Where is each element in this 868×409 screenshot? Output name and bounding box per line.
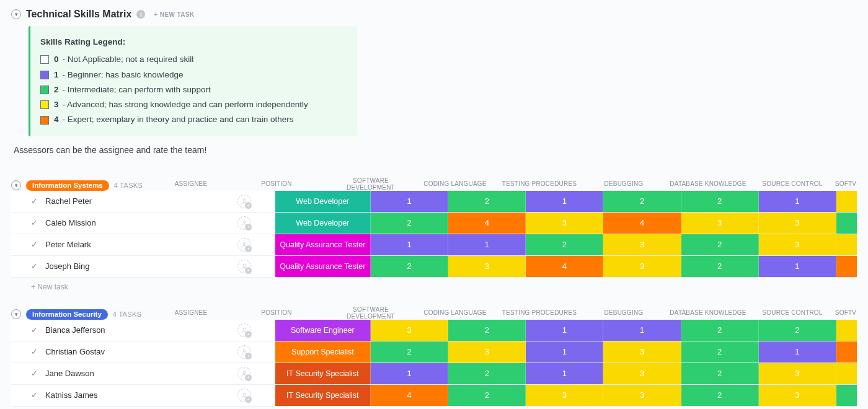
rating-cell[interactable]: 2: [681, 256, 759, 277]
assignee-avatar-icon[interactable]: +: [237, 260, 251, 273]
rating-cell[interactable]: 2: [371, 213, 448, 234]
group-pill[interactable]: Information Systems: [26, 180, 109, 191]
rating-cell-overflow[interactable]: [836, 256, 857, 277]
rating-cell-overflow[interactable]: [836, 363, 857, 384]
rating-cell[interactable]: 2: [448, 320, 526, 341]
rating-cell[interactable]: 2: [526, 234, 603, 255]
col-header-position[interactable]: POSITION: [224, 180, 329, 187]
rating-cell[interactable]: 2: [681, 191, 759, 212]
rating-cell[interactable]: 1: [371, 363, 448, 384]
rating-cell[interactable]: 2: [681, 385, 759, 406]
rating-cell[interactable]: 4: [448, 213, 526, 234]
collapse-icon[interactable]: ▾: [11, 9, 21, 19]
rating-cell[interactable]: 2: [448, 385, 526, 406]
rating-cell[interactable]: 2: [681, 341, 759, 363]
assignee-avatar-icon[interactable]: +: [237, 345, 251, 359]
rating-cell-overflow[interactable]: [836, 191, 857, 212]
new-task-row[interactable]: + New task: [11, 407, 857, 409]
rating-cell[interactable]: 2: [448, 363, 526, 384]
rating-cell[interactable]: 2: [759, 320, 836, 341]
position-cell[interactable]: IT Security Specialist: [275, 363, 371, 384]
task-row[interactable]: ✓Peter Melark+Quality Assurance Tester11…: [11, 234, 857, 256]
task-name-cell[interactable]: ✓Rachel Peter: [11, 191, 213, 212]
assignee-cell[interactable]: +: [213, 385, 275, 406]
position-cell[interactable]: Web Developer: [275, 191, 371, 212]
col-header-overflow[interactable]: SOFTV: [835, 309, 857, 316]
rating-cell[interactable]: 2: [681, 363, 759, 384]
rating-cell[interactable]: 1: [759, 256, 836, 277]
rating-cell[interactable]: 2: [681, 234, 759, 255]
rating-cell[interactable]: 4: [371, 385, 448, 406]
task-row[interactable]: ✓Christian Gostav+Support Specialist2313…: [11, 341, 857, 363]
rating-cell[interactable]: 3: [759, 213, 836, 234]
rating-cell[interactable]: 2: [448, 191, 526, 212]
rating-cell[interactable]: 2: [371, 341, 448, 363]
task-name-cell[interactable]: ✓Peter Melark: [11, 234, 213, 255]
check-icon[interactable]: ✓: [31, 262, 38, 271]
task-name-cell[interactable]: ✓Katniss James: [11, 385, 213, 406]
assignee-avatar-icon[interactable]: +: [237, 216, 251, 230]
task-row[interactable]: ✓Caleb Mission+Web Developer243433: [11, 213, 857, 234]
col-header[interactable]: DEBUGGING: [582, 180, 666, 187]
position-cell[interactable]: Support Specialist: [275, 341, 371, 363]
col-header-position[interactable]: POSITION: [224, 309, 329, 316]
rating-cell[interactable]: 3: [759, 234, 836, 255]
rating-cell[interactable]: 4: [526, 256, 603, 277]
col-header[interactable]: SOURCE CONTROL: [750, 309, 835, 316]
assignee-cell[interactable]: +: [213, 191, 275, 212]
rating-cell[interactable]: 3: [448, 256, 526, 277]
position-cell[interactable]: IT Security Specialist: [275, 385, 371, 406]
col-header[interactable]: SOURCE CONTROL: [750, 180, 835, 187]
assignee-cell[interactable]: +: [213, 234, 275, 255]
assignee-avatar-icon[interactable]: +: [237, 195, 251, 208]
rating-cell[interactable]: 1: [526, 191, 603, 212]
check-icon[interactable]: ✓: [31, 390, 38, 400]
rating-cell[interactable]: 1: [526, 363, 603, 384]
rating-cell[interactable]: 3: [681, 213, 759, 234]
task-row[interactable]: ✓Joseph Bing+Quality Assurance Tester234…: [11, 256, 857, 278]
task-name-cell[interactable]: ✓Christian Gostav: [11, 341, 213, 363]
rating-cell[interactable]: 2: [371, 256, 448, 277]
assignee-cell[interactable]: +: [213, 363, 275, 384]
rating-cell[interactable]: 3: [603, 256, 681, 277]
group-pill[interactable]: Information Security: [26, 309, 108, 320]
rating-cell-overflow[interactable]: [836, 341, 857, 363]
assignee-cell[interactable]: +: [213, 341, 275, 363]
assignee-cell[interactable]: +: [213, 213, 275, 234]
rating-cell-overflow[interactable]: [836, 213, 857, 234]
rating-cell[interactable]: 3: [448, 341, 526, 363]
new-task-row[interactable]: + New task: [11, 278, 857, 291]
task-row[interactable]: ✓Rachel Peter+Web Developer121221: [11, 191, 857, 213]
group-collapse-icon[interactable]: ▾: [11, 309, 21, 319]
position-cell[interactable]: Quality Assurance Tester: [275, 234, 371, 255]
rating-cell-overflow[interactable]: [836, 385, 857, 406]
task-name-cell[interactable]: ✓Jane Dawson: [11, 363, 213, 384]
rating-cell[interactable]: 1: [603, 320, 681, 341]
col-header[interactable]: TESTING PROCEDURES: [497, 309, 582, 316]
check-icon[interactable]: ✓: [31, 240, 38, 249]
assignee-avatar-icon[interactable]: +: [237, 389, 251, 402]
position-cell[interactable]: Quality Assurance Tester: [275, 256, 371, 277]
rating-cell[interactable]: 3: [526, 385, 603, 406]
task-row[interactable]: ✓Katniss James+IT Security Specialist423…: [11, 385, 857, 407]
col-header-assignee[interactable]: ASSIGNEE: [157, 309, 224, 316]
rating-cell[interactable]: 1: [759, 341, 836, 363]
col-header[interactable]: CODING LANGUAGE: [413, 180, 497, 187]
assignee-avatar-icon[interactable]: +: [237, 238, 251, 252]
col-header[interactable]: DATABASE KNOWLEDGE: [666, 309, 750, 316]
info-icon[interactable]: i: [136, 10, 145, 19]
rating-cell[interactable]: 3: [759, 385, 836, 406]
check-icon[interactable]: ✓: [31, 196, 38, 206]
col-header[interactable]: TESTING PROCEDURES: [497, 180, 582, 187]
rating-cell[interactable]: 3: [526, 213, 603, 234]
assignee-cell[interactable]: +: [213, 256, 275, 277]
col-header[interactable]: DEBUGGING: [582, 309, 666, 316]
assignee-avatar-icon[interactable]: +: [237, 323, 251, 337]
col-header[interactable]: DATABASE KNOWLEDGE: [666, 180, 750, 187]
col-header-assignee[interactable]: ASSIGNEE: [157, 180, 224, 187]
task-name-cell[interactable]: ✓Bianca Jefferson: [11, 320, 213, 341]
rating-cell-overflow[interactable]: [836, 320, 857, 341]
check-icon[interactable]: ✓: [31, 218, 38, 227]
rating-cell[interactable]: 2: [681, 320, 759, 341]
rating-cell[interactable]: 1: [526, 341, 603, 363]
